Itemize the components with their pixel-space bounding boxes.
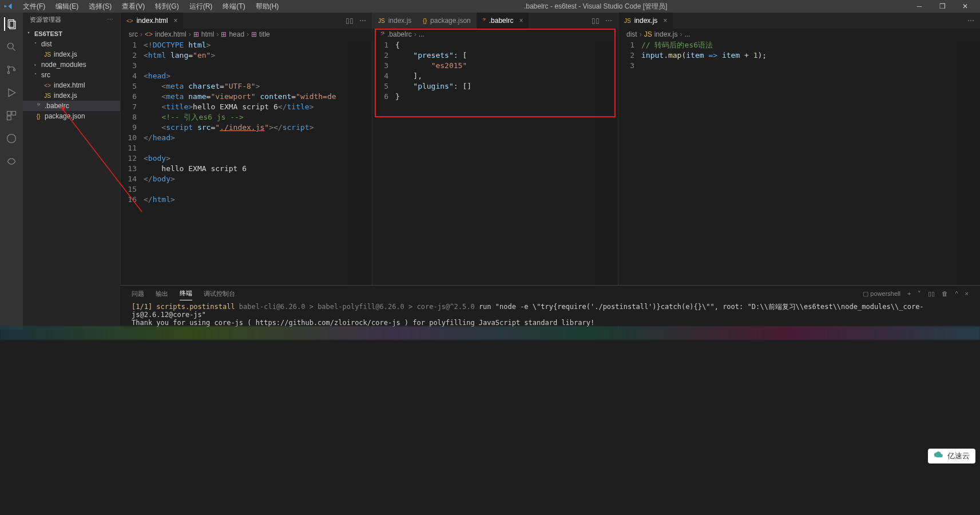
sidebar: 资源管理器 ⋯ ˅ES6TEST ˅dist JSindex.js ›node_… [23, 13, 120, 330]
panel-tab-output[interactable]: 输出 [156, 287, 168, 300]
terminal-dropdown-icon[interactable]: ˅ [918, 288, 921, 300]
tabs-group-1: <>index.html× ▯▯⋯ [121, 13, 372, 29]
maximize-panel-icon[interactable]: ^ [955, 288, 958, 299]
svg-rect-7 [12, 112, 16, 116]
image-artifact [0, 326, 980, 340]
vscode-icon [3, 2, 13, 11]
maximize-button[interactable]: ❐ [931, 0, 954, 13]
terminal-shell-label[interactable]: ▢ powershell [863, 288, 900, 300]
close-button[interactable]: ✕ [954, 0, 977, 13]
menu-file[interactable]: 文件(F) [18, 1, 50, 13]
breadcrumb-1[interactable]: src› <> index.html› ⊞ html› ⊞ head› ⊞ ti… [121, 29, 372, 40]
tab-indexjs[interactable]: JSindex.js [372, 13, 417, 29]
editor-group-2: JSindex.js {}package.json 𝄢.babelrc× ▯▯⋯… [372, 13, 618, 330]
watermark: 亿速云 [928, 449, 975, 464]
more-icon[interactable]: ⋯ [605, 17, 612, 25]
menu-selection[interactable]: 选择(S) [84, 1, 116, 13]
svg-rect-6 [7, 112, 11, 116]
menu-go[interactable]: 转到(G) [150, 1, 183, 13]
panel-tab-terminal[interactable]: 终端 [180, 287, 192, 300]
editor-group-3: JSindex.js× ⋯ dist› JS index.js› ... 123… [618, 13, 980, 330]
title-bar: 文件(F) 编辑(E) 选择(S) 查看(V) 转到(G) 运行(R) 终端(T… [0, 0, 980, 13]
close-icon[interactable]: × [663, 17, 667, 25]
svg-point-2 [7, 43, 13, 49]
tree-file-src-indexjs[interactable]: JSindex.js [23, 90, 120, 101]
new-terminal-icon[interactable]: + [907, 288, 911, 299]
breadcrumb-2[interactable]: 𝄢 .babelrc› ... [372, 29, 618, 40]
menu-help[interactable]: 帮助(H) [251, 1, 284, 13]
editor-groups: <>index.html× ▯▯⋯ src› <> index.html› ⊞ … [120, 13, 980, 330]
menu-bar: 文件(F) 编辑(E) 选择(S) 查看(V) 转到(G) 运行(R) 终端(T… [18, 1, 283, 13]
tree-folder-nodemodules[interactable]: ›node_modules [23, 60, 120, 70]
tab-babelrc[interactable]: 𝄢.babelrc× [477, 13, 529, 29]
search-icon[interactable] [5, 40, 18, 54]
tree-folder-src: ˅src [23, 70, 120, 80]
kill-terminal-icon[interactable]: 🗑 [942, 288, 948, 299]
sidebar-more-icon[interactable]: ⋯ [107, 16, 113, 23]
panel-tab-problems[interactable]: 问题 [132, 287, 144, 300]
more-icon[interactable]: ⋯ [967, 17, 974, 25]
tree-root[interactable]: ˅ES6TEST [23, 29, 120, 39]
tab-packagejson[interactable]: {}package.json [417, 13, 476, 29]
split-terminal-icon[interactable]: ▯▯ [928, 288, 935, 300]
tabs-group-2: JSindex.js {}package.json 𝄢.babelrc× ▯▯⋯ [372, 13, 618, 29]
panel-tab-debug[interactable]: 调试控制台 [204, 287, 235, 300]
more-icon[interactable]: ⋯ [359, 17, 366, 25]
svg-point-3 [7, 66, 9, 68]
close-icon[interactable]: × [173, 17, 177, 25]
tree-file-dist-indexjs[interactable]: JSindex.js [23, 49, 120, 60]
window-title: .babelrc - es6test - Visual Studio Code … [283, 2, 908, 11]
remote-icon[interactable] [5, 132, 18, 145]
tabs-group-3: JSindex.js× ⋯ [618, 13, 980, 29]
svg-point-9 [7, 134, 16, 143]
editor-group-1: <>index.html× ▯▯⋯ src› <> index.html› ⊞ … [120, 13, 372, 330]
watermark-icon [934, 451, 944, 461]
tree-file-indexhtml[interactable]: <>index.html [23, 80, 120, 90]
tree-file-babelrc[interactable]: 𝄢.babelrc [23, 101, 120, 111]
svg-point-5 [13, 69, 15, 70]
tree-folder-dist[interactable]: ˅dist [23, 39, 120, 49]
svg-point-4 [7, 72, 9, 73]
window-controls: ─ ❐ ✕ [908, 0, 977, 13]
extensions-icon[interactable] [5, 109, 18, 122]
run-debug-icon[interactable] [5, 86, 18, 100]
close-panel-icon[interactable]: × [965, 288, 969, 299]
tab-indexhtml[interactable]: <>index.html× [121, 13, 183, 29]
main-area: 资源管理器 ⋯ ˅ES6TEST ˅dist JSindex.js ›node_… [0, 13, 980, 330]
share-icon[interactable] [5, 154, 18, 168]
activity-bar [0, 13, 23, 330]
svg-rect-8 [7, 116, 11, 120]
sidebar-header: 资源管理器 ⋯ [23, 13, 120, 26]
tab-dist-indexjs[interactable]: JSindex.js× [618, 13, 673, 29]
menu-view[interactable]: 查看(V) [117, 1, 149, 13]
close-icon[interactable]: × [519, 17, 523, 25]
tree-file-packagejson[interactable]: {}package.json [23, 111, 120, 121]
menu-run[interactable]: 运行(R) [185, 1, 217, 13]
explorer-icon[interactable] [4, 17, 18, 31]
breadcrumb-3[interactable]: dist› JS index.js› ... [618, 29, 980, 40]
split-editor-icon[interactable]: ▯▯ [346, 17, 354, 25]
source-control-icon[interactable] [5, 63, 18, 77]
file-tree: ˅ES6TEST ˅dist JSindex.js ›node_modules … [23, 26, 120, 124]
menu-terminal[interactable]: 终端(T) [218, 1, 249, 13]
menu-edit[interactable]: 编辑(E) [51, 1, 83, 13]
panel: 问题 输出 终端 调试控制台 ▢ powershell + ˅ ▯▯ 🗑 ^ ×… [120, 285, 980, 326]
watermark-text: 亿速云 [947, 451, 970, 461]
panel-tabs: 问题 输出 终端 调试控制台 ▢ powershell + ˅ ▯▯ 🗑 ^ × [120, 286, 980, 302]
minimize-button[interactable]: ─ [908, 0, 931, 13]
sidebar-title: 资源管理器 [30, 15, 61, 24]
split-editor-icon[interactable]: ▯▯ [592, 17, 600, 25]
